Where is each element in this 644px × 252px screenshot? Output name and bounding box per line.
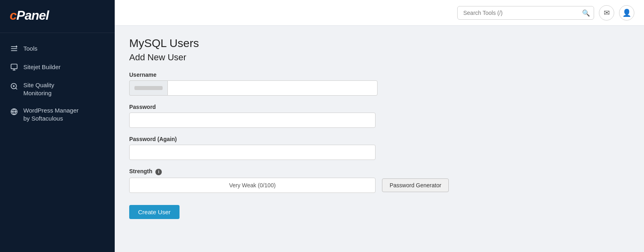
username-row: [129, 80, 630, 96]
sidebar-item-tools-label: Tools: [23, 45, 37, 53]
bell-icon: ✉: [604, 8, 610, 17]
username-prefix: [129, 80, 167, 96]
search-wrapper: 🔍: [457, 6, 594, 20]
cpanel-logo: cPanel: [10, 8, 105, 23]
tools-icon: [10, 44, 19, 53]
section-title: Add New User: [129, 52, 630, 63]
sidebar-item-site-quality[interactable]: Site QualityMonitoring: [0, 76, 115, 102]
strength-row: Very Weak (0/100) Password Generator: [129, 178, 630, 193]
username-group: Username: [129, 72, 630, 96]
username-input[interactable]: [167, 80, 378, 96]
sidebar-nav: Tools Sitejet Builder Sit: [0, 33, 115, 133]
header: 🔍 ✉ 👤: [115, 0, 644, 26]
create-user-button[interactable]: Create User: [129, 205, 180, 219]
main-area: 🔍 ✉ 👤 MySQL Users Add New User Username …: [115, 0, 644, 252]
username-label: Username: [129, 72, 630, 78]
wordpress-icon: [10, 107, 19, 116]
sidebar: cPanel Tools: [0, 0, 115, 252]
sitejet-icon: [10, 63, 19, 72]
password-label: Password: [129, 104, 630, 110]
svg-line-9: [16, 88, 17, 90]
password-input[interactable]: [129, 113, 376, 128]
password-group: Password: [129, 104, 630, 128]
search-icon: 🔍: [582, 9, 590, 16]
logo-area: cPanel: [0, 0, 115, 33]
password-again-input[interactable]: [129, 145, 376, 160]
strength-label: Strength i: [129, 168, 630, 175]
content-area: MySQL Users Add New User Username Passwo…: [115, 26, 644, 230]
search-icon-button[interactable]: 🔍: [582, 9, 590, 16]
svg-rect-5: [11, 64, 17, 69]
strength-text: Very Weak (0/100): [229, 182, 276, 188]
site-quality-icon: [10, 82, 19, 91]
user-button[interactable]: 👤: [619, 5, 634, 20]
sidebar-item-wordpress-label: WordPress Managerby Softaculous: [23, 107, 78, 122]
sidebar-item-tools[interactable]: Tools: [0, 39, 115, 58]
user-icon: 👤: [622, 8, 631, 17]
strength-group: Strength i Very Weak (0/100) Password Ge…: [129, 168, 630, 193]
sidebar-item-sitejet[interactable]: Sitejet Builder: [0, 58, 115, 76]
strength-bar: Very Weak (0/100): [129, 178, 376, 193]
bell-button[interactable]: ✉: [599, 5, 614, 20]
sidebar-item-site-quality-label: Site QualityMonitoring: [23, 81, 54, 97]
sidebar-item-wordpress[interactable]: WordPress Managerby Softaculous: [0, 102, 115, 127]
password-again-label: Password (Again): [129, 136, 630, 142]
page-title: MySQL Users: [129, 37, 630, 50]
strength-info-icon: i: [155, 169, 162, 175]
password-generator-button[interactable]: Password Generator: [382, 178, 449, 192]
search-input[interactable]: [457, 6, 594, 20]
sidebar-item-sitejet-label: Sitejet Builder: [23, 63, 61, 71]
password-again-group: Password (Again): [129, 136, 630, 160]
